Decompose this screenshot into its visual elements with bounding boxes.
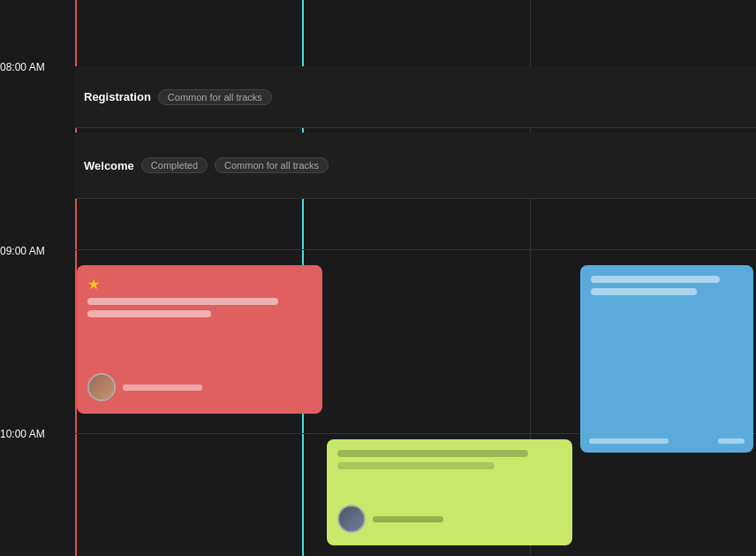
session-avatar-row [87,373,202,401]
session-green-title-2 [337,462,495,469]
time-column: 08:00 AM 09:00 AM 10:00 AM [0,0,75,556]
session-green-avatar-row [337,505,443,533]
session-green-title-area [337,450,562,469]
speaker-name [123,385,202,391]
event-welcome-badge-common: Common for all tracks [215,157,329,173]
session-blue-title-2 [591,288,697,295]
avatar-image-green [339,506,364,531]
event-welcome-title: Welcome [84,159,134,172]
time-label-9am: 09:00 AM [0,245,45,257]
speaker-avatar-green [337,505,366,533]
time-label-8am: 08:00 AM [0,61,45,73]
event-registration-badge: Common for all tracks [158,89,272,105]
session-blue-info-line-2 [718,438,745,444]
session-title-line-1 [87,298,278,305]
speaker-name-green [373,516,443,522]
time-label-10am: 10:00 AM [0,428,45,440]
event-welcome-badge-completed: Completed [141,157,208,173]
session-star-icon: ★ [87,276,312,293]
event-registration-title: Registration [84,90,151,103]
session-title-line-2 [87,310,211,317]
session-card-green[interactable] [327,439,572,545]
tracks-area: Registration Common for all tracks Welco… [75,0,756,556]
session-blue-info-line [589,438,669,444]
time-divider-9am [75,249,756,250]
session-green-title-1 [337,450,528,457]
event-registration[interactable]: Registration Common for all tracks [75,66,756,128]
event-welcome[interactable]: Welcome Completed Common for all tracks [75,133,756,199]
avatar-image [89,375,114,400]
session-blue-bottom [589,438,745,444]
schedule-container: 08:00 AM 09:00 AM 10:00 AM Registration … [0,0,756,556]
speaker-avatar [87,373,116,401]
session-card-blue[interactable] [580,265,753,453]
session-blue-title-area [591,276,743,295]
session-blue-title-1 [591,276,720,283]
session-card-red[interactable]: ★ [77,265,322,414]
